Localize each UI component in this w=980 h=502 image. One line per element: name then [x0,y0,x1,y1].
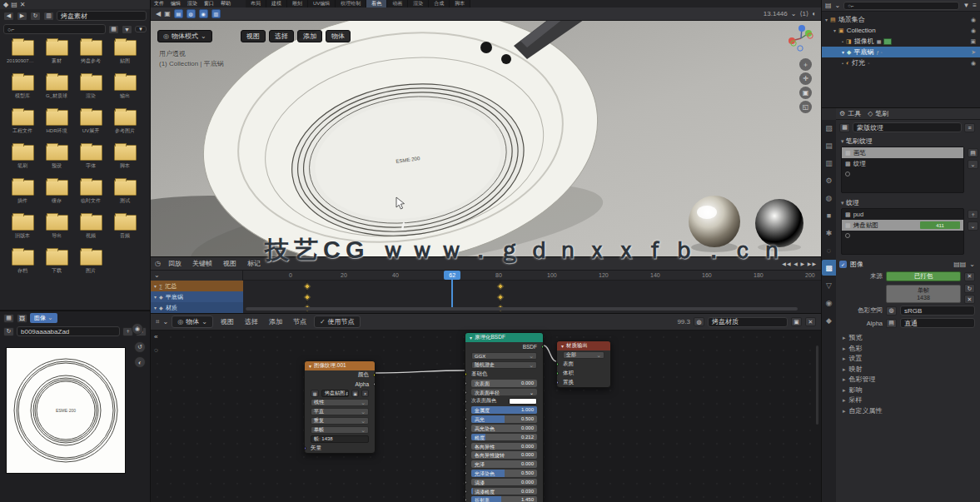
overlay-toggle-icon[interactable]: ▥ [211,9,221,18]
prop-tab-constraints[interactable]: ▽ [822,277,836,293]
param-slider[interactable]: 高光0.500 [465,415,543,424]
folder-item[interactable]: 烤盘参考 [75,40,107,65]
prop-tab-object[interactable]: ■ [822,207,836,223]
node-output-Alpha[interactable]: Alpha [305,380,375,389]
param-slider[interactable]: 次表面0.000 [465,379,543,388]
playback-controls[interactable]: ◀◀ ◀ ▶ ▶▶ [782,261,817,266]
folder-item[interactable]: 存档 [7,250,38,275]
forward-icon[interactable]: ▶ [17,12,27,21]
section-设置[interactable]: ▸设置 [843,354,863,363]
workspace-tab-雕刻[interactable]: 雕刻 [287,0,308,7]
playhead-frame[interactable]: 62 [444,271,460,280]
expand-icon[interactable]: ▾ [154,284,157,289]
pan-icon[interactable]: ✛ [799,72,812,85]
breadcrumb-tool[interactable]: ⚙工具 [839,109,861,118]
output-socket[interactable] [373,373,376,377]
timeline-menu-回放[interactable]: 回放 [164,259,186,268]
image-canvas[interactable]: ESME·200 [7,348,125,473]
param-slider[interactable]: 金属度1.000 [465,405,543,415]
prop-tab-view-layer[interactable]: ▥ [822,155,836,171]
slider-track[interactable]: 金属度1.000 [471,406,537,414]
folder-item[interactable]: 工程文件 [7,110,38,135]
folder-item[interactable]: 20190907备份 [7,40,38,65]
keyframe-diamond[interactable] [497,283,504,290]
vector-input[interactable]: 矢量 [305,444,375,453]
options-icon[interactable]: ≡ [973,2,977,9]
expand-icon[interactable]: ▾ [154,306,157,311]
workspace-tab-脚本[interactable]: 脚本 [450,0,470,7]
outliner-row-collection[interactable]: ▾▣Collection◉ [822,25,980,36]
dropdown-button[interactable]: 单帧⌄ [311,426,369,434]
chevron-down-icon[interactable]: ⌄ [835,2,841,9]
mask-icon[interactable]: ◐ [134,356,146,368]
node-header[interactable]: ▾材质输出 [557,341,610,350]
node-image-texture[interactable]: ▾图像纹理.001 颜色Alpha▩烤盘贴图.png▣✕线性⌄平直⌄重复⌄单帧⌄… [304,360,376,454]
base-color-input[interactable]: 基础色 [465,370,543,379]
folder-item[interactable]: 贴图 [109,40,141,65]
viewport-menu-添加[interactable]: 添加 [297,30,322,42]
output-socket[interactable] [373,382,376,386]
visibility-icon[interactable]: ▣ [970,38,976,44]
shading-rendered-icon[interactable]: ◉ [199,9,208,18]
list-item[interactable]: ▩pud [842,209,963,220]
fake-user-icon[interactable]: ▣ [351,390,359,397]
keyframe-diamond[interactable] [303,283,310,290]
menu-渲染[interactable]: 渲染 [184,0,201,7]
output-socket[interactable] [541,345,544,349]
shader-menu-添加[interactable]: 添加 [265,317,286,326]
list-item[interactable]: ▩画笔 [842,147,963,158]
folder-item[interactable]: 素材 [41,40,72,65]
param-color[interactable]: 次表面颜色 [465,397,543,406]
checkbox-checked-icon[interactable]: ✓ [839,261,847,268]
dropdown-button[interactable]: 平直⌄ [311,408,369,415]
frame-ruler[interactable]: 020406080100120140160180200 [243,271,821,281]
distribution-dropdown[interactable]: GGX⌄ [465,351,543,360]
folder-item[interactable]: 临时文件 [75,180,107,205]
texture-slot-list[interactable]: ▩画笔▩纹理 [841,147,964,193]
material-name-field[interactable]: 烤盘材质 [708,317,788,327]
input-socket[interactable] [556,380,559,385]
list-item[interactable]: ▩烤盘贴图411 [842,220,963,231]
param-slider[interactable]: 光泽染色0.500 [465,469,543,478]
slider-track[interactable]: 各向异性旋转0.000 [471,451,537,459]
slider-track[interactable]: 折射率1.450 [471,496,537,502]
folder-item[interactable]: 测试 [109,180,141,205]
param-slider[interactable]: 清漆0.000 [465,478,543,487]
prop-tab-output[interactable]: ▤ [822,137,836,153]
shader-menu-节点[interactable]: 节点 [289,317,311,326]
prop-tab-modifiers[interactable]: ✱ [822,225,836,241]
input-socket[interactable] [465,400,467,404]
param-slider[interactable]: 光泽0.000 [465,460,543,469]
dropdown-平直[interactable]: 平直⌄ [305,407,375,416]
fake-user-icon[interactable]: ▣ [791,317,802,326]
editor-type-icon[interactable]: ▦ [3,314,14,323]
input-socket[interactable] [465,435,467,440]
chevron-down-icon[interactable]: ⌄ [163,319,169,326]
workspace-tab-着色[interactable]: 着色 [366,0,387,7]
folder-item[interactable]: 插件 [7,180,38,205]
collapse-icon[interactable]: ▾ [309,364,311,369]
input-socket[interactable] [465,462,467,466]
expand-icon[interactable]: ▾ [833,28,836,33]
expand-icon[interactable]: • [842,61,843,66]
texture-icon[interactable]: ▩ [839,123,850,132]
alpha-mode-field[interactable]: 直通 [900,318,975,328]
slider-track[interactable]: 次表面0.000 [471,380,537,387]
keyframe-diamond[interactable] [497,294,504,301]
remove-icon[interactable]: ✕ [964,295,975,304]
dropdown-button[interactable]: 线性⌄ [311,399,369,406]
folder-item[interactable]: 脚本 [109,145,141,170]
section-影响[interactable]: ▸影响 [843,385,863,395]
chevron-down-icon[interactable]: ⌄ [968,221,978,231]
node-header[interactable]: ▾原理化BSDF [465,333,543,342]
sort-icon[interactable]: ▼ [122,25,132,34]
slider-track[interactable]: 各向异性0.000 [471,443,537,450]
shader-menu-选择[interactable]: 选择 [241,317,262,326]
editor-type-icon[interactable]: ▣ [164,11,171,17]
options-icon[interactable]: ≡ [964,123,975,132]
node-material-output[interactable]: ▾材质输出 全部⌄ 表面体积置换 [556,340,611,388]
folder-item[interactable]: 图片 [75,250,107,275]
section-brush-texture[interactable]: ▾ 笔刷纹理 [841,137,873,146]
input-socket[interactable] [465,445,467,449]
display-mode-icon[interactable]: ▦ [108,25,119,34]
